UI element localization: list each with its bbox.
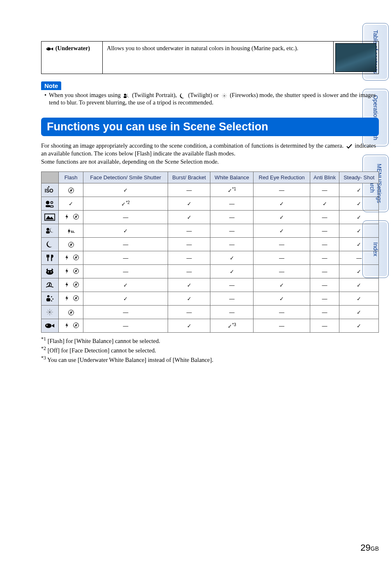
flash-off-icon [72, 213, 80, 220]
footnote-text: [Flash] for [White Balance] cannot be se… [48, 338, 160, 344]
col-redeye: Red Eye Reduction [254, 172, 310, 183]
table-row [42, 278, 379, 292]
cell [339, 251, 379, 265]
cell [339, 197, 379, 211]
cell [168, 265, 210, 278]
cell [168, 183, 210, 197]
flash-on-icon [62, 213, 70, 220]
cell [168, 306, 210, 319]
table-row [42, 238, 379, 251]
cell [210, 278, 254, 292]
twilight-icon [178, 93, 187, 99]
cell [168, 292, 210, 306]
row-icon-pet [42, 265, 59, 278]
cell [210, 292, 254, 306]
cell [339, 265, 379, 278]
cell [83, 292, 168, 306]
footnotes: *1 [Flash] for [White Balance] cannot be… [41, 336, 379, 363]
page-number-value: 29 [360, 542, 370, 553]
cell [83, 265, 168, 278]
row-icon-twilight [42, 238, 59, 251]
cell [310, 197, 339, 211]
cell [58, 183, 83, 197]
cell [168, 278, 210, 292]
cell [83, 319, 168, 333]
cell [310, 224, 339, 238]
intro-part: For shooting an image appropriately acco… [41, 142, 345, 149]
cell [339, 211, 379, 224]
cell [254, 238, 310, 251]
cell [210, 211, 254, 224]
col-burst: Burst/ Bracket [168, 172, 210, 183]
cell: *1 [210, 183, 254, 197]
cell [83, 278, 168, 292]
check-icon [345, 143, 353, 149]
cell [210, 306, 254, 319]
fireworks-icon [220, 93, 228, 99]
cell [210, 251, 254, 265]
flash-off-icon [67, 187, 75, 194]
cell [168, 224, 210, 238]
table-row [42, 224, 379, 238]
mode-sample-image [334, 42, 379, 74]
cell [58, 319, 83, 333]
row-icon-iso [42, 183, 59, 197]
underwater-mode-table: (Underwater) Allows you to shoot underwa… [41, 41, 379, 74]
cell [339, 183, 379, 197]
page-region: GB [371, 545, 379, 552]
row-icon-landscape [42, 211, 59, 224]
footnote-text: [Off] for [Face Detection] cannot be sel… [48, 347, 156, 354]
page-number: 29GB [360, 542, 379, 553]
flash-off-icon [72, 268, 80, 274]
flash-on-icon [62, 322, 70, 329]
cell [58, 292, 83, 306]
intro-part: Some functions are not available, depend… [41, 158, 219, 165]
flash-off-icon [72, 295, 80, 301]
note-text: When you shoot images using [49, 92, 122, 98]
table-row: *3 [42, 319, 379, 333]
col-face: Face Detection/ Smile Shutter [83, 172, 168, 183]
cell [83, 238, 168, 251]
flash-off-icon [67, 309, 75, 316]
cell [254, 278, 310, 292]
cell [254, 306, 310, 319]
flash-off-icon [72, 322, 80, 329]
cell [168, 211, 210, 224]
flash-off-icon [72, 281, 80, 288]
cell [254, 197, 310, 211]
row-icon-fireworks [42, 306, 59, 319]
cell [83, 251, 168, 265]
cell [58, 251, 83, 265]
cell [58, 197, 83, 211]
cell: *2 [83, 197, 168, 211]
section-title: Functions you can use in Scene Selection [41, 118, 379, 136]
row-icon-underwater [42, 319, 59, 333]
cell [310, 211, 339, 224]
note-text: (Twilight) or [187, 92, 220, 98]
cell [339, 278, 379, 292]
table-row [42, 306, 379, 319]
cell [83, 224, 168, 238]
flash-off-icon [72, 254, 80, 261]
cell [310, 251, 339, 265]
cell [339, 238, 379, 251]
note-text: (Twilight Portrait), [131, 92, 179, 98]
cell [58, 278, 83, 292]
flash-on-icon [62, 281, 70, 288]
note-body: • When you shoot images using (Twilight … [41, 92, 379, 106]
twilight-portrait-icon [122, 93, 131, 99]
row-icon-twilight-portrait [42, 224, 59, 238]
cell [254, 251, 310, 265]
cell [310, 278, 339, 292]
cell [210, 197, 254, 211]
cell [310, 183, 339, 197]
cell [168, 251, 210, 265]
cell [254, 224, 310, 238]
cell [58, 224, 83, 238]
slow-synchro-icon [67, 228, 75, 234]
table-row: *1 [42, 183, 379, 197]
note-heading: Note [41, 81, 61, 90]
flash-on-icon [62, 295, 70, 301]
cell [58, 265, 83, 278]
table-row [42, 265, 379, 278]
